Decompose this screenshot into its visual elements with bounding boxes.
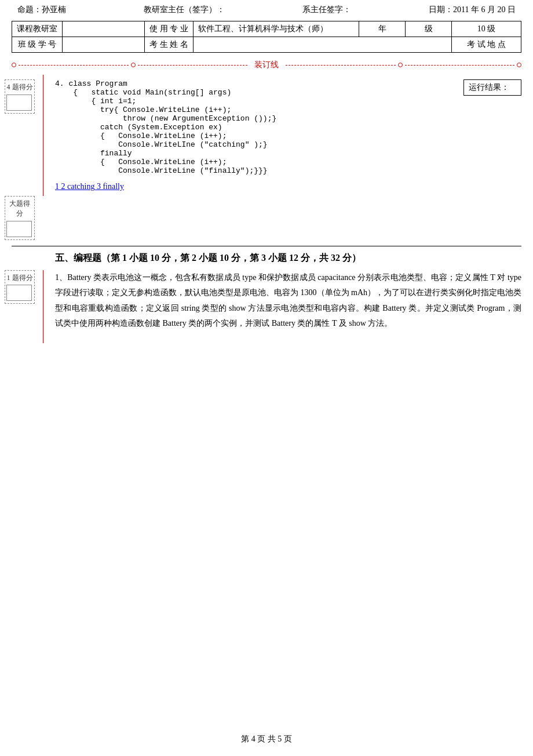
s5-q1-score-label: 1 题得分	[7, 274, 33, 282]
run-result-box: 运行结果：	[463, 79, 521, 96]
student-name-value	[193, 37, 451, 53]
binding-text: 装订线	[250, 60, 283, 70]
student-name-label: 考 生 姓 名	[145, 37, 194, 53]
section5-title: 五、编程题（第 1 小题 10 分，第 2 小题 10 分，第 3 小题 12 …	[55, 252, 521, 264]
big-score-row: 大题得分	[0, 196, 533, 240]
classroom-label: 课程教研室	[12, 21, 63, 37]
section5-block: 五、编程题（第 1 小题 10 分，第 2 小题 10 分，第 3 小题 12 …	[0, 252, 533, 270]
header-row: 命题：孙亚楠 教研室主任（签字）： 系主任签字： 日期：2011 年 6 月 2…	[12, 3, 521, 16]
header: 命题：孙亚楠 教研室主任（签字）： 系主任签字： 日期：2011 年 6 月 2…	[0, 0, 533, 19]
code-line-4: try{ Console.WriteLine (i++);	[55, 106, 452, 114]
dashed-line-4	[405, 65, 515, 66]
binding-line: 装订线	[0, 55, 533, 75]
binding-circle-4	[517, 63, 521, 67]
grade-value: 10 级	[452, 21, 521, 37]
dashed-line-3	[286, 65, 396, 66]
q4-score-box: 4 题得分	[5, 79, 35, 114]
s5-sidebar	[0, 252, 43, 270]
q4-content: 4. class Program { static void Main(stri…	[43, 75, 533, 196]
s5-q1-sidebar: 1 题得分	[0, 270, 43, 343]
red-line-s5	[43, 270, 44, 343]
q4-sidebar: 4 题得分	[0, 75, 43, 196]
code-line-6: catch (System.Exception ex)	[55, 123, 452, 132]
major-value: 软件工程、计算机科学与技术（师）	[193, 21, 359, 37]
info-table: 课程教研室 使 用 专 业 软件工程、计算机科学与技术（师） 年 级 10 级 …	[12, 21, 521, 53]
q4-code-area: 4. class Program { static void Main(stri…	[55, 79, 521, 175]
s5-q1-text: 1、Battery 类表示电池这一概念，包含私有数据成员 type 和保护数据成…	[55, 270, 521, 332]
s5-q1-block: 1 题得分 1、Battery 类表示电池这一概念，包含私有数据成员 type …	[0, 270, 533, 343]
code-line-7: { Console.WriteLine (i++);	[55, 132, 452, 140]
run-result-label: 运行结果：	[469, 83, 509, 92]
year-label: 年	[359, 21, 406, 37]
s5-q1-content: 1、Battery 类表示电池这一概念，包含私有数据成员 type 和保护数据成…	[43, 270, 533, 343]
classroom-value	[63, 21, 145, 37]
code-line-10: { Console.WriteLine (i++);	[55, 158, 452, 166]
q4-code-block: 4. class Program { static void Main(stri…	[55, 79, 452, 175]
big-score-box: 大题得分	[5, 196, 35, 240]
s5-q1-score-box: 1 题得分	[5, 270, 35, 304]
code-line-1: 4. class Program	[55, 79, 452, 88]
footer-text: 第 4 页 共 5 页	[241, 735, 292, 743]
divider	[12, 246, 521, 246]
red-line-q4	[43, 75, 44, 196]
dept-head-label: 教研室主任（签字）：	[144, 5, 225, 15]
s5-content: 五、编程题（第 1 小题 10 分，第 2 小题 10 分，第 3 小题 12 …	[43, 252, 533, 270]
q4-score-label: 4 题得分	[7, 83, 33, 91]
code-line-9: finally	[55, 149, 452, 158]
code-line-5: throw (new ArgumentException ());}	[55, 114, 452, 123]
exam-location-label: 考 试 地 点	[452, 37, 521, 53]
code-line-8: Console.WriteLIne ("catching" );}	[55, 140, 452, 149]
student-id-label: 班 级 学 号	[12, 37, 63, 53]
big-score-sidebar: 大题得分	[0, 196, 43, 240]
dashed-line-1	[19, 65, 129, 66]
binding-circle-1	[12, 63, 16, 67]
binding-circle-2	[131, 63, 136, 67]
run-result-container: 运行结果：	[463, 79, 521, 96]
major-label: 使 用 专 业	[145, 21, 194, 37]
page-container: 命题：孙亚楠 教研室主任（签字）： 系主任签字： 日期：2011 年 6 月 2…	[0, 0, 533, 756]
date-label: 日期：2011 年 6 月 20 日	[429, 5, 516, 15]
footer: 第 4 页 共 5 页	[0, 734, 533, 744]
student-id-value	[63, 37, 145, 53]
dept-director-label: 系主任签字：	[302, 5, 351, 15]
binding-circle-3	[398, 63, 403, 67]
question4-section: 4 题得分 4. class Program { static void Mai…	[0, 75, 533, 196]
answer-container: 1 2 catching 3 finally	[55, 182, 521, 191]
answer-text: 1 2 catching 3 finally	[55, 182, 124, 191]
dashed-line-2	[138, 65, 248, 66]
big-score-label: 大题得分	[9, 199, 30, 217]
code-line-3: { int i=1;	[55, 97, 452, 106]
code-line-2: { static void Main(string[] args)	[55, 88, 452, 97]
author-label: 命题：孙亚楠	[17, 5, 66, 15]
grade-label: 级	[406, 21, 452, 37]
big-score-content	[43, 196, 533, 240]
code-line-11: Console.WriteLine ("finally");}}}	[55, 166, 452, 175]
